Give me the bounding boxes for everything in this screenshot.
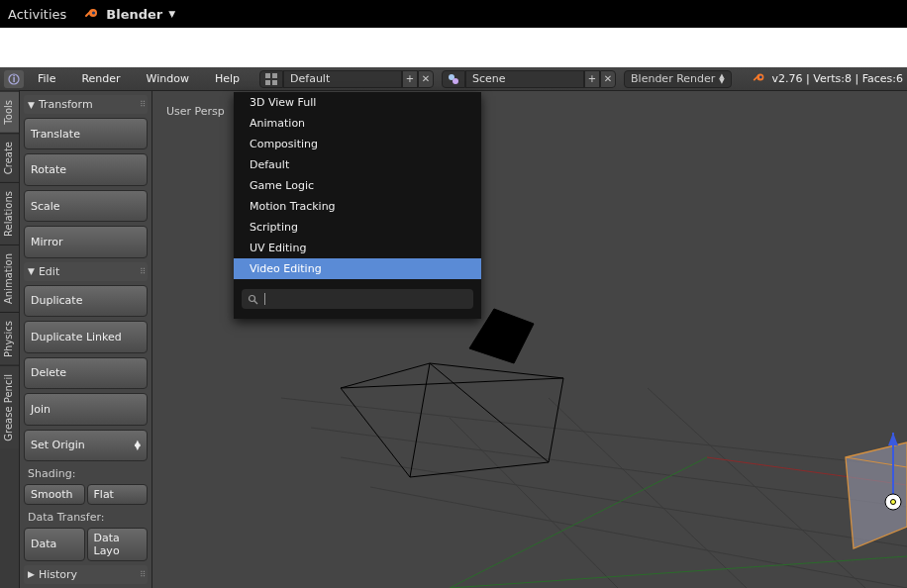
scene-selector[interactable]: Scene + ✕ [442, 70, 616, 88]
select-arrows-icon: ▲▼ [135, 441, 141, 449]
svg-point-11 [758, 76, 761, 79]
layout-option-uv-editing[interactable]: UV Editing [234, 238, 481, 258]
info-editor-icon[interactable]: i [4, 70, 24, 88]
stats-text: v2.76 | Verts:8 | Faces:6 [772, 72, 903, 85]
layout-option-default[interactable]: Default [234, 154, 481, 175]
side-tab-create[interactable]: Create [0, 133, 19, 182]
select-arrows-icon: ▲▼ [719, 74, 724, 84]
panel-title: Transform [39, 98, 93, 111]
blender-header: i File Render Window Help Default + ✕ Sc… [0, 67, 907, 91]
os-top-bar: Activities Blender ▼ [0, 0, 907, 28]
shading-label: Shading: [24, 465, 148, 480]
data-transfer-label: Data Transfer: [24, 509, 148, 524]
menu-help[interactable]: Help [203, 72, 252, 85]
blender-icon [84, 5, 100, 24]
data-layout-button[interactable]: Data Layo [87, 528, 149, 561]
grip-icon: ⠿ [140, 267, 144, 276]
svg-rect-4 [265, 73, 270, 78]
svg-line-15 [370, 487, 907, 588]
window-gap [0, 28, 907, 67]
screen-layout-selector[interactable]: Default + ✕ [259, 70, 434, 88]
side-tab-relations[interactable]: Relations [0, 182, 19, 245]
join-button[interactable]: Join [24, 393, 148, 425]
svg-point-29 [891, 500, 896, 505]
y-axis [450, 556, 907, 588]
menu-window[interactable]: Window [135, 72, 201, 85]
remove-scene-button[interactable]: ✕ [600, 70, 616, 88]
disclosure-right-icon: ▶ [28, 569, 35, 579]
disclosure-down-icon: ▼ [28, 266, 35, 276]
svg-line-25 [410, 363, 430, 477]
panel-title: Edit [39, 265, 59, 278]
add-layout-button[interactable]: + [402, 70, 418, 88]
side-tab-animation[interactable]: Animation [0, 245, 19, 312]
svg-line-23 [430, 363, 563, 378]
svg-rect-7 [272, 80, 277, 85]
app-menu[interactable]: Blender ▼ [84, 5, 175, 24]
grip-icon: ⠿ [140, 570, 144, 579]
flat-button[interactable]: Flat [87, 484, 149, 505]
side-tab-grease-pencil[interactable]: Grease Pencil [0, 365, 19, 449]
svg-text:i: i [13, 75, 16, 84]
svg-rect-5 [272, 73, 277, 78]
layout-option-video-editing[interactable]: Video Editing [234, 258, 481, 279]
svg-line-13 [311, 428, 907, 507]
layout-option-animation[interactable]: Animation [234, 113, 481, 134]
render-engine-select[interactable]: Blender Render ▲▼ [624, 70, 732, 88]
layout-option-3d-view-full[interactable]: 3D View Full [234, 92, 481, 113]
layout-option-motion-tracking[interactable]: Motion Tracking [234, 196, 481, 217]
activities-button[interactable]: Activities [8, 7, 66, 22]
tool-shelf-tabs: Tools Create Relations Animation Physics… [0, 91, 20, 588]
blender-logo-icon [753, 70, 766, 87]
svg-point-1 [92, 11, 95, 14]
side-tab-physics[interactable]: Physics [0, 312, 19, 365]
grip-icon: ⠿ [140, 100, 144, 109]
header-stats: v2.76 | Verts:8 | Faces:6 [753, 70, 903, 87]
search-icon [248, 290, 258, 309]
svg-line-19 [450, 457, 707, 588]
delete-button[interactable]: Delete [24, 357, 148, 389]
layout-option-scripting[interactable]: Scripting [234, 217, 481, 238]
duplicate-linked-button[interactable]: Duplicate Linked [24, 321, 148, 352]
scale-button[interactable]: Scale [24, 190, 148, 222]
svg-point-9 [453, 78, 458, 84]
translate-button[interactable]: Translate [24, 118, 148, 149]
set-origin-label: Set Origin [31, 439, 85, 451]
panel-title: History [39, 568, 77, 581]
remove-layout-button[interactable]: ✕ [418, 70, 434, 88]
disclosure-down-icon: ▼ [28, 100, 35, 110]
svg-marker-28 [888, 433, 898, 445]
svg-line-16 [549, 398, 747, 588]
default-cube [846, 433, 907, 548]
panel-header-edit[interactable]: ▼ Edit ⠿ [24, 262, 148, 281]
layout-search-input[interactable] [242, 289, 473, 309]
screen-layout-field[interactable]: Default [283, 70, 402, 88]
screen-layout-icon [259, 70, 283, 88]
panel-header-history[interactable]: ▶ History ⠿ [24, 565, 148, 584]
layout-option-compositing[interactable]: Compositing [234, 134, 481, 154]
menu-render[interactable]: Render [69, 72, 132, 85]
menu-file[interactable]: File [26, 72, 67, 85]
duplicate-button[interactable]: Duplicate [24, 285, 148, 317]
rotate-button[interactable]: Rotate [24, 153, 148, 185]
camera-wireframe [341, 309, 563, 477]
panel-header-transform[interactable]: ▼ Transform ⠿ [24, 95, 148, 114]
svg-line-31 [254, 301, 257, 304]
smooth-button[interactable]: Smooth [24, 484, 85, 505]
layout-option-game-logic[interactable]: Game Logic [234, 175, 481, 196]
render-engine-label: Blender Render [631, 72, 715, 85]
add-scene-button[interactable]: + [584, 70, 600, 88]
scene-icon [442, 70, 465, 88]
svg-point-30 [250, 295, 255, 301]
text-cursor [264, 293, 265, 305]
svg-line-24 [430, 363, 549, 462]
svg-line-18 [450, 418, 618, 588]
svg-line-17 [648, 388, 865, 588]
scene-field[interactable]: Scene [465, 70, 584, 88]
set-origin-select[interactable]: Set Origin ▲▼ [24, 430, 148, 461]
screen-layout-dropdown: 3D View Full Animation Compositing Defau… [234, 92, 481, 319]
chevron-down-icon: ▼ [168, 9, 175, 19]
mirror-button[interactable]: Mirror [24, 226, 148, 257]
data-button[interactable]: Data [24, 528, 85, 561]
side-tab-tools[interactable]: Tools [0, 91, 19, 133]
